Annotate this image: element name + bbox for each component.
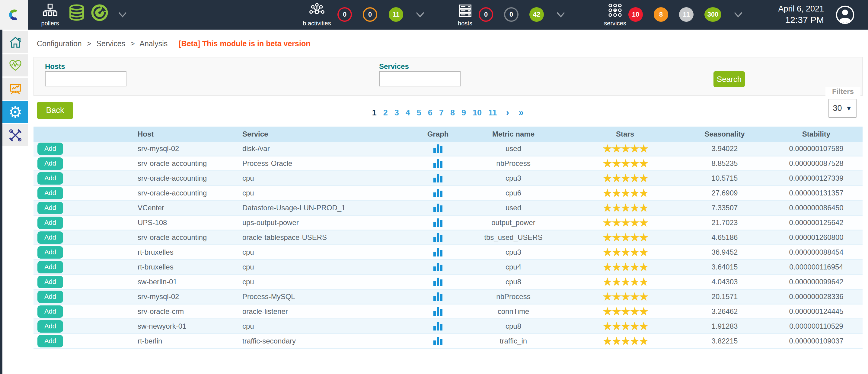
stability-cell: 0.000000099642 <box>770 278 863 286</box>
add-button[interactable]: Add <box>37 246 63 259</box>
sidebar-item-home[interactable] <box>2 31 28 53</box>
services-unknown-badge[interactable]: 11 <box>679 7 693 22</box>
metric-cell: used <box>456 144 571 153</box>
sidebar-item-configuration[interactable]: ⚙ <box>2 101 28 123</box>
add-button[interactable]: Add <box>37 217 63 229</box>
bar-chart-icon <box>433 159 442 168</box>
hosts-unreachable-badge[interactable]: 0 <box>504 7 519 22</box>
page-number[interactable]: 3 <box>395 108 399 117</box>
stars-rating: ★★★★★ <box>571 232 679 243</box>
services-critical-badge[interactable]: 10 <box>628 7 643 22</box>
hosts-up-badge[interactable]: 42 <box>529 7 544 22</box>
user-avatar[interactable] <box>835 5 855 25</box>
graph-link[interactable] <box>420 278 456 286</box>
page-size-select[interactable]: 30 ▼ <box>829 99 857 118</box>
ba-menu[interactable]: b.activities <box>297 2 337 27</box>
add-button[interactable]: Add <box>37 157 63 170</box>
last-page-icon[interactable]: » <box>519 107 524 117</box>
add-button[interactable]: Add <box>37 320 63 333</box>
ba-warning-badge[interactable]: 0 <box>363 7 377 22</box>
breadcrumb-services[interactable]: Services <box>96 39 125 48</box>
services-ok-badge[interactable]: 300 <box>705 7 721 22</box>
sidebar-item-monitoring[interactable] <box>2 54 28 77</box>
add-button[interactable]: Add <box>37 335 63 347</box>
breadcrumb-configuration[interactable]: Configuration <box>37 39 82 48</box>
service-cell: cpu <box>236 278 420 286</box>
graph-link[interactable] <box>420 233 456 242</box>
pollers-menu[interactable]: pollers <box>36 2 65 27</box>
bar-chart-icon <box>433 337 442 345</box>
stability-cell: 0.000001260800 <box>770 233 863 242</box>
page-number[interactable]: 7 <box>439 108 444 117</box>
add-button[interactable]: Add <box>37 261 63 274</box>
hosts-filter-input[interactable] <box>45 71 126 86</box>
graph-link[interactable] <box>420 189 456 197</box>
graph-link[interactable] <box>420 219 456 227</box>
graph-link[interactable] <box>420 174 456 182</box>
page-number[interactable]: 10 <box>473 108 482 117</box>
add-button[interactable]: Add <box>37 143 63 155</box>
seasonality-cell: 7.33507 <box>679 204 770 212</box>
graph-link[interactable] <box>420 337 456 345</box>
graph-link[interactable] <box>420 263 456 271</box>
add-button[interactable]: Add <box>37 202 63 214</box>
graph-link[interactable] <box>420 159 456 168</box>
search-button[interactable]: Search <box>713 71 745 87</box>
database-status-icon[interactable] <box>68 4 86 22</box>
hosts-chevron-icon[interactable] <box>555 10 566 19</box>
service-cell: ups-output-power <box>236 219 420 227</box>
heartbeat-icon <box>8 59 22 73</box>
breadcrumb-analysis[interactable]: Analysis <box>140 39 167 48</box>
services-chevron-icon[interactable] <box>733 10 744 19</box>
bar-chart-icon <box>433 292 442 301</box>
graph-link[interactable] <box>420 248 456 257</box>
table-row: Add srv-oracle-crm oracle-listener connT… <box>33 305 863 319</box>
service-cell: disk-/var <box>236 144 420 153</box>
page-number[interactable]: 5 <box>417 108 421 117</box>
page-number[interactable]: 8 <box>450 108 455 117</box>
gear-icon: ⚙ <box>8 104 22 120</box>
page-number[interactable]: 6 <box>428 108 433 117</box>
add-button[interactable]: Add <box>37 291 63 303</box>
add-button[interactable]: Add <box>37 172 63 184</box>
graph-link[interactable] <box>420 204 456 212</box>
graph-link[interactable] <box>420 322 456 330</box>
home-icon <box>8 35 22 49</box>
sidebar-item-reporting[interactable] <box>2 78 28 100</box>
ba-ok-badge[interactable]: 11 <box>389 7 403 22</box>
stability-cell: 0.000000088454 <box>770 248 863 257</box>
hosts-down-badge[interactable]: 0 <box>479 7 493 22</box>
page-number[interactable]: 9 <box>462 108 466 117</box>
centreon-logo[interactable] <box>0 0 28 30</box>
page-number[interactable]: 11 <box>488 108 497 117</box>
ba-critical-badge[interactable]: 0 <box>337 7 352 22</box>
next-page-icon[interactable]: › <box>506 107 509 117</box>
hosts-menu[interactable]: hosts <box>452 2 478 27</box>
current-time: 12:37 PM <box>745 15 824 25</box>
graph-link[interactable] <box>420 292 456 301</box>
pollers-chevron-icon[interactable] <box>117 10 128 19</box>
add-button[interactable]: Add <box>37 231 63 244</box>
page-number[interactable]: 1 <box>372 108 377 117</box>
latency-gauge-icon[interactable] <box>91 4 108 22</box>
add-button[interactable]: Add <box>37 187 63 199</box>
pollers-label: pollers <box>41 20 59 27</box>
seasonality-cell: 4.65186 <box>679 233 770 242</box>
service-cell: cpu <box>236 174 420 182</box>
header-host: Host <box>100 130 236 138</box>
page-number[interactable]: 2 <box>383 108 388 117</box>
services-filter-input[interactable] <box>379 71 461 86</box>
services-menu[interactable]: services <box>600 2 630 27</box>
sidebar-item-administration[interactable] <box>2 124 28 146</box>
graph-link[interactable] <box>420 144 456 153</box>
ba-chevron-icon[interactable] <box>415 10 426 19</box>
graph-link[interactable] <box>420 307 456 316</box>
add-button[interactable]: Add <box>37 276 63 288</box>
seasonality-cell: 3.94022 <box>679 144 770 153</box>
services-warning-badge[interactable]: 8 <box>654 7 668 22</box>
stability-cell: 0.000000087528 <box>770 159 863 168</box>
add-button[interactable]: Add <box>37 306 63 318</box>
page-number[interactable]: 4 <box>406 108 410 117</box>
filters-toggle[interactable]: Filters <box>826 87 861 96</box>
service-cell: Process-MySQL <box>236 292 420 301</box>
